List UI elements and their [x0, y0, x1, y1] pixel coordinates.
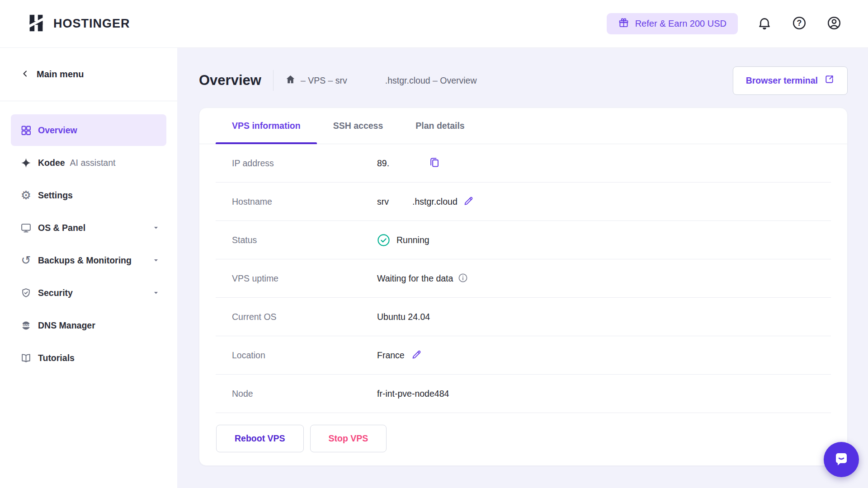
notifications-button[interactable]: [756, 16, 773, 32]
kodee-spark-icon: [20, 157, 32, 169]
svg-text:DNS: DNS: [23, 324, 29, 327]
row-label: IP address: [232, 158, 377, 169]
sidebar-item-os-panel[interactable]: OS & Panel: [11, 212, 166, 244]
tab-ssh-access[interactable]: SSH access: [317, 108, 400, 144]
location-value: France: [377, 350, 405, 361]
account-icon: [826, 15, 842, 32]
dashboard-icon: [20, 125, 32, 136]
header-actions: Refer & Earn 200 USD ?: [607, 13, 842, 34]
table-row-vps-uptime: VPS uptime Waiting for the data: [216, 259, 831, 298]
sidebar-item-label: Overview: [38, 125, 77, 136]
table-row-node: Node fr-int-pve-node484: [216, 375, 831, 413]
page-title: Overview: [199, 72, 261, 89]
app-header: HOSTINGER Refer & Earn 200 USD: [0, 0, 868, 48]
current-os-value: Ubuntu 24.04: [377, 312, 430, 322]
hostinger-logo[interactable]: HOSTINGER: [26, 13, 130, 35]
dns-globe-icon: DNS: [20, 320, 32, 331]
pencil-icon: [463, 196, 474, 208]
title-divider: [273, 70, 274, 91]
sidebar-item-label: Backups & Monitoring: [38, 255, 132, 266]
uptime-value: Waiting for the data: [377, 273, 453, 284]
bell-icon: [757, 15, 772, 32]
vps-info-table: IP address 89. Hostname: [216, 144, 831, 413]
copy-ip-button[interactable]: [428, 156, 440, 170]
info-icon: [458, 272, 468, 285]
card-footer: Reboot VPS Stop VPS: [199, 413, 847, 452]
shield-check-icon: [20, 287, 32, 299]
sidebar-item-label: Kodee: [38, 158, 65, 168]
chat-launcher-button[interactable]: [824, 442, 859, 477]
table-row-status: Status Running: [216, 221, 831, 259]
chevron-down-icon: [153, 257, 159, 263]
sidebar-item-label: OS & Panel: [38, 223, 85, 233]
sidebar-item-tutorials[interactable]: Tutorials: [11, 342, 166, 374]
breadcrumb: – VPS – srv .hstgr.cloud – Overview: [285, 74, 477, 87]
sidebar-item-label: Security: [38, 288, 73, 298]
breadcrumb-suffix: .hstgr.cloud – Overview: [385, 75, 477, 86]
sidebar-item-backups-monitoring[interactable]: ↺ Backups & Monitoring: [11, 244, 166, 276]
sidebar-item-label: DNS Manager: [38, 320, 95, 331]
chevron-left-icon: [22, 69, 28, 80]
hostinger-logo-icon: [26, 13, 47, 35]
copy-icon: [428, 156, 440, 170]
external-link-icon: [824, 74, 835, 87]
edit-hostname-button[interactable]: [463, 196, 474, 208]
sidebar-item-label: Settings: [38, 190, 73, 201]
home-icon: [285, 74, 296, 87]
sidebar-item-kodee[interactable]: Kodee AI assistant: [11, 147, 166, 178]
sidebar-item-label: Tutorials: [38, 353, 75, 363]
sidebar-item-settings[interactable]: ⚙ Settings: [11, 179, 166, 211]
row-label: Status: [232, 235, 377, 245]
breadcrumb-prefix: – VPS – srv: [301, 75, 347, 86]
stop-vps-button[interactable]: Stop VPS: [310, 425, 387, 452]
chat-bubble-icon: [832, 450, 850, 469]
row-label: Node: [232, 389, 377, 399]
sidebar-item-dns-manager[interactable]: DNS DNS Manager: [11, 310, 166, 341]
reboot-vps-button[interactable]: Reboot VPS: [216, 425, 304, 452]
sidebar-item-overview[interactable]: Overview: [11, 114, 166, 146]
book-icon: [20, 352, 32, 364]
ip-address-value: 89.: [377, 158, 389, 169]
browser-terminal-label: Browser terminal: [746, 75, 818, 86]
account-button[interactable]: [826, 16, 842, 32]
status-running-icon: [377, 234, 390, 247]
tab-plan-details[interactable]: Plan details: [399, 108, 481, 144]
question-icon: ?: [792, 15, 807, 32]
chevron-down-icon: [153, 290, 159, 296]
monitor-icon: [20, 222, 32, 234]
hostname-suffix: .hstgr.cloud: [412, 197, 458, 207]
back-to-main-menu-label: Main menu: [37, 69, 84, 80]
sidebar: Main menu Overview Kodee AI assistant: [0, 48, 177, 488]
back-to-main-menu[interactable]: Main menu: [0, 48, 177, 101]
edit-location-button[interactable]: [411, 349, 422, 361]
main-content: Overview – VPS – srv .hstgr.cloud – Over…: [177, 48, 868, 488]
chevron-down-icon: [153, 225, 159, 231]
sidebar-nav: Overview Kodee AI assistant ⚙ Settings O: [0, 101, 177, 374]
row-label: Location: [232, 350, 377, 361]
uptime-info-button[interactable]: [458, 272, 468, 285]
hostname-value: srv: [377, 197, 389, 207]
refer-earn-button[interactable]: Refer & Earn 200 USD: [607, 13, 738, 34]
table-row-current-os: Current OS Ubuntu 24.04: [216, 298, 831, 336]
restore-icon: ↺: [20, 254, 32, 266]
svg-text:?: ?: [797, 19, 802, 28]
tab-vps-information[interactable]: VPS information: [216, 108, 317, 144]
row-label: Hostname: [232, 197, 377, 207]
sidebar-item-sublabel: AI assistant: [70, 158, 116, 168]
node-value: fr-int-pve-node484: [377, 389, 449, 399]
page-header: Overview – VPS – srv .hstgr.cloud – Over…: [177, 48, 868, 108]
gift-icon: [618, 17, 629, 31]
vps-overview-card: VPS information SSH access Plan details …: [199, 108, 848, 466]
pencil-icon: [411, 349, 422, 361]
brand-name: HOSTINGER: [53, 17, 130, 31]
browser-terminal-button[interactable]: Browser terminal: [733, 66, 848, 95]
refer-earn-label: Refer & Earn 200 USD: [635, 19, 726, 29]
help-button[interactable]: ?: [791, 16, 807, 32]
status-badge: Running: [396, 235, 429, 245]
sidebar-item-security[interactable]: Security: [11, 277, 166, 309]
table-row-location: Location France: [216, 336, 831, 375]
table-row-hostname: Hostname srv .hstgr.cloud: [216, 183, 831, 221]
row-label: VPS uptime: [232, 273, 377, 284]
gear-icon: ⚙: [20, 189, 32, 201]
table-row-ip-address: IP address 89.: [216, 144, 831, 183]
